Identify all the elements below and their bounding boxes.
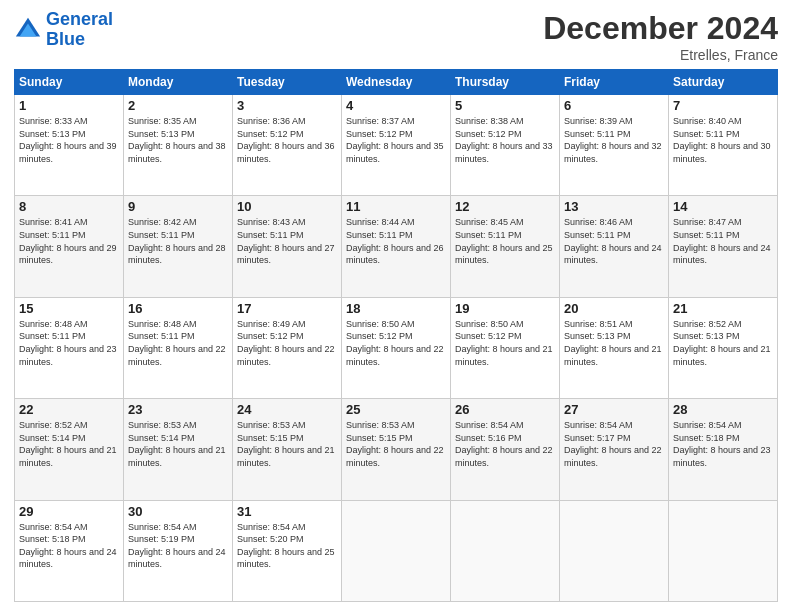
day-number: 6 — [564, 98, 664, 113]
calendar-cell — [560, 500, 669, 601]
calendar-cell: 21Sunrise: 8:52 AM Sunset: 5:13 PM Dayli… — [669, 297, 778, 398]
calendar-cell: 30Sunrise: 8:54 AM Sunset: 5:19 PM Dayli… — [124, 500, 233, 601]
calendar-cell: 13Sunrise: 8:46 AM Sunset: 5:11 PM Dayli… — [560, 196, 669, 297]
day-number: 22 — [19, 402, 119, 417]
day-content: Sunrise: 8:37 AM Sunset: 5:12 PM Dayligh… — [346, 115, 446, 165]
location: Etrelles, France — [543, 47, 778, 63]
day-number: 21 — [673, 301, 773, 316]
day-content: Sunrise: 8:48 AM Sunset: 5:11 PM Dayligh… — [19, 318, 119, 368]
calendar-cell: 26Sunrise: 8:54 AM Sunset: 5:16 PM Dayli… — [451, 399, 560, 500]
day-content: Sunrise: 8:54 AM Sunset: 5:18 PM Dayligh… — [19, 521, 119, 571]
calendar-week-row: 15Sunrise: 8:48 AM Sunset: 5:11 PM Dayli… — [15, 297, 778, 398]
calendar-cell: 31Sunrise: 8:54 AM Sunset: 5:20 PM Dayli… — [233, 500, 342, 601]
calendar-cell: 24Sunrise: 8:53 AM Sunset: 5:15 PM Dayli… — [233, 399, 342, 500]
calendar-cell: 14Sunrise: 8:47 AM Sunset: 5:11 PM Dayli… — [669, 196, 778, 297]
day-content: Sunrise: 8:54 AM Sunset: 5:17 PM Dayligh… — [564, 419, 664, 469]
day-content: Sunrise: 8:40 AM Sunset: 5:11 PM Dayligh… — [673, 115, 773, 165]
day-number: 7 — [673, 98, 773, 113]
calendar-cell: 20Sunrise: 8:51 AM Sunset: 5:13 PM Dayli… — [560, 297, 669, 398]
logo-text: General Blue — [46, 10, 113, 50]
day-content: Sunrise: 8:51 AM Sunset: 5:13 PM Dayligh… — [564, 318, 664, 368]
calendar-cell: 8Sunrise: 8:41 AM Sunset: 5:11 PM Daylig… — [15, 196, 124, 297]
day-number: 16 — [128, 301, 228, 316]
calendar-cell: 18Sunrise: 8:50 AM Sunset: 5:12 PM Dayli… — [342, 297, 451, 398]
day-content: Sunrise: 8:52 AM Sunset: 5:13 PM Dayligh… — [673, 318, 773, 368]
calendar-cell: 23Sunrise: 8:53 AM Sunset: 5:14 PM Dayli… — [124, 399, 233, 500]
calendar-cell — [451, 500, 560, 601]
calendar-page: General Blue December 2024 Etrelles, Fra… — [0, 0, 792, 612]
calendar-cell: 3Sunrise: 8:36 AM Sunset: 5:12 PM Daylig… — [233, 95, 342, 196]
day-number: 10 — [237, 199, 337, 214]
calendar-cell: 1Sunrise: 8:33 AM Sunset: 5:13 PM Daylig… — [15, 95, 124, 196]
day-number: 25 — [346, 402, 446, 417]
calendar-cell — [669, 500, 778, 601]
calendar-week-row: 8Sunrise: 8:41 AM Sunset: 5:11 PM Daylig… — [15, 196, 778, 297]
day-number: 9 — [128, 199, 228, 214]
day-number: 28 — [673, 402, 773, 417]
day-content: Sunrise: 8:42 AM Sunset: 5:11 PM Dayligh… — [128, 216, 228, 266]
calendar-cell: 7Sunrise: 8:40 AM Sunset: 5:11 PM Daylig… — [669, 95, 778, 196]
day-header-friday: Friday — [560, 70, 669, 95]
day-content: Sunrise: 8:54 AM Sunset: 5:19 PM Dayligh… — [128, 521, 228, 571]
day-content: Sunrise: 8:47 AM Sunset: 5:11 PM Dayligh… — [673, 216, 773, 266]
day-number: 20 — [564, 301, 664, 316]
day-number: 3 — [237, 98, 337, 113]
day-number: 29 — [19, 504, 119, 519]
calendar-cell: 27Sunrise: 8:54 AM Sunset: 5:17 PM Dayli… — [560, 399, 669, 500]
day-header-monday: Monday — [124, 70, 233, 95]
day-header-saturday: Saturday — [669, 70, 778, 95]
day-number: 26 — [455, 402, 555, 417]
day-number: 5 — [455, 98, 555, 113]
calendar-cell: 29Sunrise: 8:54 AM Sunset: 5:18 PM Dayli… — [15, 500, 124, 601]
calendar-cell: 22Sunrise: 8:52 AM Sunset: 5:14 PM Dayli… — [15, 399, 124, 500]
day-content: Sunrise: 8:43 AM Sunset: 5:11 PM Dayligh… — [237, 216, 337, 266]
day-content: Sunrise: 8:53 AM Sunset: 5:15 PM Dayligh… — [346, 419, 446, 469]
day-number: 12 — [455, 199, 555, 214]
day-content: Sunrise: 8:46 AM Sunset: 5:11 PM Dayligh… — [564, 216, 664, 266]
calendar-cell: 19Sunrise: 8:50 AM Sunset: 5:12 PM Dayli… — [451, 297, 560, 398]
day-number: 31 — [237, 504, 337, 519]
day-number: 1 — [19, 98, 119, 113]
day-content: Sunrise: 8:50 AM Sunset: 5:12 PM Dayligh… — [346, 318, 446, 368]
calendar-cell: 16Sunrise: 8:48 AM Sunset: 5:11 PM Dayli… — [124, 297, 233, 398]
day-content: Sunrise: 8:33 AM Sunset: 5:13 PM Dayligh… — [19, 115, 119, 165]
day-content: Sunrise: 8:41 AM Sunset: 5:11 PM Dayligh… — [19, 216, 119, 266]
calendar-table: SundayMondayTuesdayWednesdayThursdayFrid… — [14, 69, 778, 602]
day-number: 23 — [128, 402, 228, 417]
day-content: Sunrise: 8:45 AM Sunset: 5:11 PM Dayligh… — [455, 216, 555, 266]
calendar-cell: 5Sunrise: 8:38 AM Sunset: 5:12 PM Daylig… — [451, 95, 560, 196]
day-number: 8 — [19, 199, 119, 214]
day-content: Sunrise: 8:53 AM Sunset: 5:15 PM Dayligh… — [237, 419, 337, 469]
calendar-cell: 9Sunrise: 8:42 AM Sunset: 5:11 PM Daylig… — [124, 196, 233, 297]
day-content: Sunrise: 8:38 AM Sunset: 5:12 PM Dayligh… — [455, 115, 555, 165]
day-number: 17 — [237, 301, 337, 316]
day-content: Sunrise: 8:36 AM Sunset: 5:12 PM Dayligh… — [237, 115, 337, 165]
calendar-week-row: 22Sunrise: 8:52 AM Sunset: 5:14 PM Dayli… — [15, 399, 778, 500]
day-header-thursday: Thursday — [451, 70, 560, 95]
logo: General Blue — [14, 10, 113, 50]
calendar-week-row: 29Sunrise: 8:54 AM Sunset: 5:18 PM Dayli… — [15, 500, 778, 601]
day-content: Sunrise: 8:54 AM Sunset: 5:18 PM Dayligh… — [673, 419, 773, 469]
day-number: 15 — [19, 301, 119, 316]
day-content: Sunrise: 8:50 AM Sunset: 5:12 PM Dayligh… — [455, 318, 555, 368]
day-content: Sunrise: 8:52 AM Sunset: 5:14 PM Dayligh… — [19, 419, 119, 469]
calendar-cell — [342, 500, 451, 601]
calendar-cell: 17Sunrise: 8:49 AM Sunset: 5:12 PM Dayli… — [233, 297, 342, 398]
calendar-cell: 2Sunrise: 8:35 AM Sunset: 5:13 PM Daylig… — [124, 95, 233, 196]
calendar-cell: 15Sunrise: 8:48 AM Sunset: 5:11 PM Dayli… — [15, 297, 124, 398]
day-content: Sunrise: 8:49 AM Sunset: 5:12 PM Dayligh… — [237, 318, 337, 368]
day-header-wednesday: Wednesday — [342, 70, 451, 95]
day-number: 24 — [237, 402, 337, 417]
calendar-cell: 10Sunrise: 8:43 AM Sunset: 5:11 PM Dayli… — [233, 196, 342, 297]
day-number: 11 — [346, 199, 446, 214]
calendar-cell: 28Sunrise: 8:54 AM Sunset: 5:18 PM Dayli… — [669, 399, 778, 500]
logo-icon — [14, 16, 42, 44]
calendar-cell: 11Sunrise: 8:44 AM Sunset: 5:11 PM Dayli… — [342, 196, 451, 297]
day-content: Sunrise: 8:35 AM Sunset: 5:13 PM Dayligh… — [128, 115, 228, 165]
day-content: Sunrise: 8:44 AM Sunset: 5:11 PM Dayligh… — [346, 216, 446, 266]
day-number: 14 — [673, 199, 773, 214]
calendar-header-row: SundayMondayTuesdayWednesdayThursdayFrid… — [15, 70, 778, 95]
header: General Blue December 2024 Etrelles, Fra… — [14, 10, 778, 63]
day-number: 27 — [564, 402, 664, 417]
title-area: December 2024 Etrelles, France — [543, 10, 778, 63]
